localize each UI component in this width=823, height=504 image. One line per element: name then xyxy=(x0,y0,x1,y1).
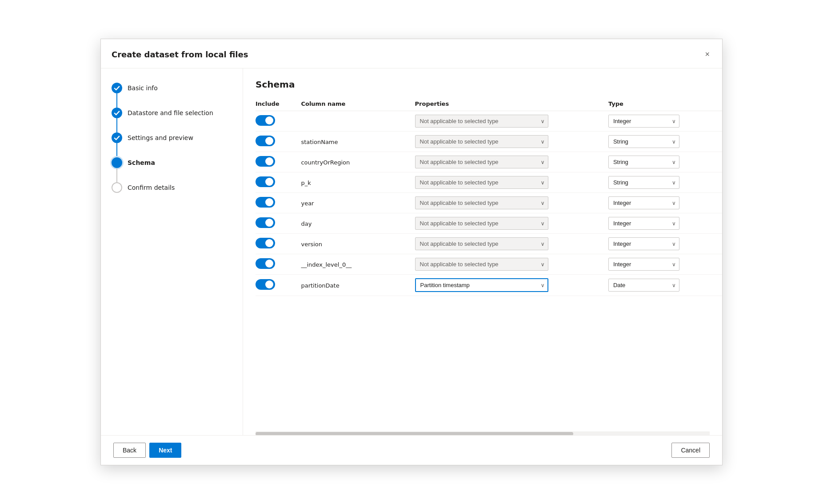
type-select-6[interactable]: IntegerStringDateBooleanFloatDecimal xyxy=(608,237,679,250)
dialog-header: Create dataset from local files × xyxy=(101,39,722,68)
cell-colname-0 xyxy=(301,111,415,132)
table-row: stationNameNot applicable to selected ty… xyxy=(256,132,722,152)
cell-colname-1: stationName xyxy=(301,132,415,152)
horizontal-scrollbar[interactable] xyxy=(256,432,710,435)
cell-type-8: IntegerStringDateBooleanFloatDecimal∨ xyxy=(608,275,722,296)
table-row: p_kNot applicable to selected typePartit… xyxy=(256,172,722,193)
step-label-datastore: Datastore and file selection xyxy=(128,109,213,116)
step-icon-confirm xyxy=(112,182,122,193)
type-select-1[interactable]: IntegerStringDateBooleanFloatDecimal xyxy=(608,135,679,148)
type-select-7[interactable]: IntegerStringDateBooleanFloatDecimal xyxy=(608,258,679,271)
toggle-include-3[interactable] xyxy=(256,176,275,187)
cancel-button[interactable]: Cancel xyxy=(671,443,710,458)
cell-type-1: IntegerStringDateBooleanFloatDecimal∨ xyxy=(608,132,722,152)
properties-select-5[interactable]: Not applicable to selected typePartition… xyxy=(415,217,548,230)
column-name-text-8: partitionDate xyxy=(301,282,339,289)
cell-include-8 xyxy=(256,275,301,296)
schema-table-container[interactable]: Include Column name Properties Type Not … xyxy=(243,97,722,432)
properties-select-8[interactable]: Not applicable to selected typePartition… xyxy=(415,278,548,292)
cell-type-3: IntegerStringDateBooleanFloatDecimal∨ xyxy=(608,172,722,193)
create-dataset-dialog: Create dataset from local files × Basic … xyxy=(100,39,723,465)
step-list: Basic info Datastore and file selection xyxy=(112,83,232,193)
step-icon-datastore xyxy=(112,108,122,118)
col-header-column-name: Column name xyxy=(301,97,415,111)
table-row: countryOrRegionNot applicable to selecte… xyxy=(256,152,722,172)
schema-section-title: Schema xyxy=(243,79,722,97)
scrollbar-thumb xyxy=(256,432,573,435)
footer-left-buttons: Back Next xyxy=(113,443,181,458)
cell-include-3 xyxy=(256,172,301,193)
type-select-3[interactable]: IntegerStringDateBooleanFloatDecimal xyxy=(608,176,679,189)
type-select-4[interactable]: IntegerStringDateBooleanFloatDecimal xyxy=(608,196,679,209)
cell-type-5: IntegerStringDateBooleanFloatDecimal∨ xyxy=(608,213,722,234)
cell-properties-0: Not applicable to selected typePartition… xyxy=(415,111,608,132)
step-connector-4 xyxy=(116,168,117,182)
dialog-title: Create dataset from local files xyxy=(112,50,248,59)
col-header-include: Include xyxy=(256,97,301,111)
next-button[interactable]: Next xyxy=(149,443,181,458)
cell-include-6 xyxy=(256,234,301,254)
table-row: partitionDateNot applicable to selected … xyxy=(256,275,722,296)
cell-properties-7: Not applicable to selected typePartition… xyxy=(415,254,608,275)
step-label-basic-info: Basic info xyxy=(128,84,158,92)
column-name-text-5: day xyxy=(301,220,312,227)
column-name-text-3: p_k xyxy=(301,180,311,186)
cell-type-7: IntegerStringDateBooleanFloatDecimal∨ xyxy=(608,254,722,275)
cell-include-0 xyxy=(256,111,301,132)
table-row: versionNot applicable to selected typePa… xyxy=(256,234,722,254)
sidebar: Basic info Datastore and file selection xyxy=(101,68,243,435)
cell-include-1 xyxy=(256,132,301,152)
step-label-confirm: Confirm details xyxy=(128,184,175,191)
table-row: yearNot applicable to selected typeParti… xyxy=(256,193,722,213)
properties-select-2[interactable]: Not applicable to selected typePartition… xyxy=(415,156,548,168)
step-connector-2 xyxy=(116,118,117,132)
properties-select-3[interactable]: Not applicable to selected typePartition… xyxy=(415,176,548,189)
cell-include-2 xyxy=(256,152,301,172)
type-select-2[interactable]: IntegerStringDateBooleanFloatDecimal xyxy=(608,156,679,168)
step-connector-3 xyxy=(116,143,117,157)
cell-colname-3: p_k xyxy=(301,172,415,193)
toggle-include-5[interactable] xyxy=(256,217,275,228)
toggle-include-1[interactable] xyxy=(256,136,275,146)
main-content: Schema Include Column name Properties Ty… xyxy=(243,68,722,435)
properties-select-7[interactable]: Not applicable to selected typePartition… xyxy=(415,258,548,271)
properties-select-4[interactable]: Not applicable to selected typePartition… xyxy=(415,196,548,209)
toggle-include-7[interactable] xyxy=(256,258,275,269)
step-item-confirm: Confirm details xyxy=(112,182,232,193)
cell-properties-3: Not applicable to selected typePartition… xyxy=(415,172,608,193)
cell-include-5 xyxy=(256,213,301,234)
cell-type-4: IntegerStringDateBooleanFloatDecimal∨ xyxy=(608,193,722,213)
type-select-5[interactable]: IntegerStringDateBooleanFloatDecimal xyxy=(608,217,679,230)
dialog-body: Basic info Datastore and file selection xyxy=(101,68,722,435)
table-row: __index_level_0__Not applicable to selec… xyxy=(256,254,722,275)
close-button[interactable]: × xyxy=(703,48,711,61)
dialog-footer: Back Next Cancel xyxy=(101,435,722,465)
step-icon-schema xyxy=(112,157,122,168)
step-item-settings: Settings and preview xyxy=(112,132,232,157)
cell-type-2: IntegerStringDateBooleanFloatDecimal∨ xyxy=(608,152,722,172)
back-button[interactable]: Back xyxy=(113,443,146,458)
toggle-include-0[interactable] xyxy=(256,115,275,126)
column-name-text-2: countryOrRegion xyxy=(301,159,350,166)
column-name-text-7: __index_level_0__ xyxy=(301,261,352,268)
cell-colname-2: countryOrRegion xyxy=(301,152,415,172)
step-item-basic-info: Basic info xyxy=(112,83,232,108)
toggle-include-6[interactable] xyxy=(256,238,275,248)
properties-select-0[interactable]: Not applicable to selected typePartition… xyxy=(415,115,548,128)
cell-colname-6: version xyxy=(301,234,415,254)
cell-properties-6: Not applicable to selected typePartition… xyxy=(415,234,608,254)
toggle-include-4[interactable] xyxy=(256,197,275,208)
type-select-0[interactable]: IntegerStringDateBooleanFloatDecimal xyxy=(608,115,679,128)
cell-colname-5: day xyxy=(301,213,415,234)
properties-select-1[interactable]: Not applicable to selected typePartition… xyxy=(415,135,548,148)
properties-select-6[interactable]: Not applicable to selected typePartition… xyxy=(415,237,548,250)
toggle-include-8[interactable] xyxy=(256,279,275,290)
toggle-include-2[interactable] xyxy=(256,156,275,167)
type-select-8[interactable]: IntegerStringDateBooleanFloatDecimal xyxy=(608,279,679,292)
cell-type-0: IntegerStringDateBooleanFloatDecimal∨ xyxy=(608,111,722,132)
step-label-schema: Schema xyxy=(128,159,155,166)
table-row: Not applicable to selected typePartition… xyxy=(256,111,722,132)
cell-type-6: IntegerStringDateBooleanFloatDecimal∨ xyxy=(608,234,722,254)
cell-colname-8: partitionDate xyxy=(301,275,415,296)
cell-properties-2: Not applicable to selected typePartition… xyxy=(415,152,608,172)
